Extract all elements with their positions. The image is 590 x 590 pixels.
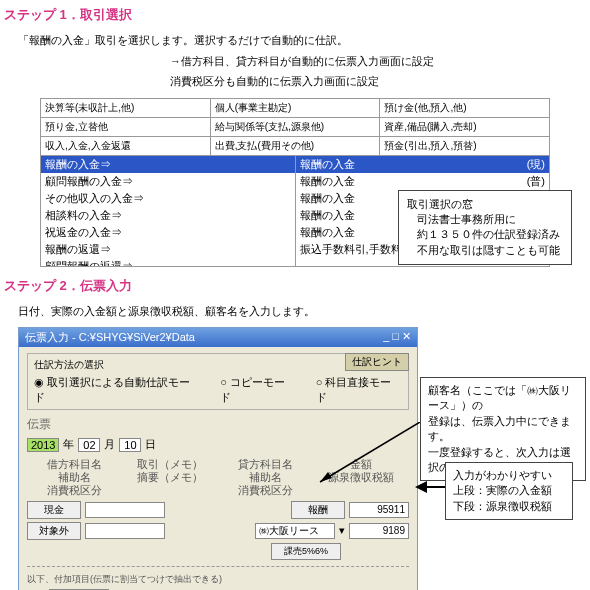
customer-input[interactable] — [255, 523, 335, 539]
item-l: 報酬の入金 — [300, 226, 355, 238]
list-item[interactable]: 報酬の返還⇒ — [41, 241, 295, 258]
hdr: 補助名 — [249, 471, 282, 483]
debit-account-button[interactable]: 現金 — [27, 501, 81, 519]
hdr-cell[interactable]: 出費,支払(費用その他) — [211, 137, 381, 155]
annot-line: 顧客名（ここでは「㈱大阪リース」）の — [428, 383, 578, 414]
grid-header-row1: 決算等(未収計上,他) 個人(事業主勘定) 預け金(他,預入,他) — [41, 99, 549, 118]
step1-note: 取引選択の窓 司法書士事務所用に 約１３５０件の仕訳登録済み 不用な取引は隠すこ… — [398, 190, 572, 266]
hdr: 借方科目名 — [47, 458, 102, 470]
date-year[interactable]: 2013 — [27, 438, 59, 452]
item-l: 報酬の入金 — [300, 209, 355, 221]
hdr-cell[interactable]: 個人(事業主勘定) — [211, 99, 381, 117]
date-month[interactable]: 02 — [78, 438, 100, 452]
voucher-window: 伝票入力 - C:¥SHYG¥SiVer2¥Data _ □ ✕ 仕訳ヒント 仕… — [18, 327, 418, 590]
voucher-label: 伝票 — [27, 416, 409, 433]
radio-direct[interactable]: ○ 科目直接モード — [316, 375, 402, 405]
list-item[interactable]: その他収入の入金⇒ — [41, 190, 295, 207]
titlebar: 伝票入力 - C:¥SHYG¥SiVer2¥Data _ □ ✕ — [19, 328, 417, 347]
window-title: 伝票入力 - C:¥SHYG¥SiVer2¥Data — [25, 330, 195, 345]
credit-account-button[interactable]: 報酬 — [291, 501, 345, 519]
date-dlabel: 日 — [145, 437, 156, 452]
hdr: 摘要（メモ） — [137, 471, 203, 483]
step1-title: ステップ 1．取引選択 — [0, 0, 590, 30]
memo2-input[interactable] — [85, 523, 165, 539]
hdr-cell[interactable]: 預け金(他,預入,他) — [380, 99, 549, 117]
annot-line: 上段：実際の入金額 — [453, 483, 565, 498]
date-row: 2013 年 02 月 10 日 — [27, 437, 409, 452]
annotation-amounts: 入力がわかりやすい 上段：実際の入金額 下段：源泉徴収税額 — [445, 462, 573, 520]
dropdown-icon[interactable]: ▾ — [339, 524, 345, 537]
step2-title: ステップ 2．伝票入力 — [0, 271, 590, 301]
date-day[interactable]: 10 — [119, 438, 141, 452]
hint-button[interactable]: 仕訳ヒント — [345, 353, 409, 371]
hdr: 源泉徴収税額 — [328, 471, 394, 483]
window-controls[interactable]: _ □ ✕ — [383, 330, 411, 345]
annot-line: 登録は、伝票入力中にできます。 — [428, 414, 578, 445]
item-l: 報酬の入金 — [300, 192, 355, 204]
radio-label: 取引選択による自動仕訳モード — [34, 376, 190, 403]
hdr: 取引（メモ） — [137, 458, 203, 470]
note-line: 不用な取引は隠すことも可能 — [407, 243, 563, 258]
list-item[interactable]: 相談料の入金⇒ — [41, 207, 295, 224]
memo-input[interactable] — [85, 502, 165, 518]
list-item[interactable]: 報酬の入金(普) — [296, 173, 550, 190]
hdr: 消費税区分 — [238, 484, 293, 496]
hdr-cell[interactable]: 収入,入金,入金返還 — [41, 137, 211, 155]
hdr-cell[interactable]: 給与関係等(支払,源泉他) — [211, 118, 381, 136]
item-l: 報酬の入金 — [300, 158, 355, 170]
list-item[interactable]: 顧問報酬の入金⇒ — [41, 173, 295, 190]
note-line: 司法書士事務所用に — [407, 212, 563, 227]
list-item[interactable]: 顧問報酬の返還⇒ — [41, 258, 295, 266]
grid-header-row3: 収入,入金,入金返還 出費,支払(費用その他) 預金(引出,預入,預替) — [41, 137, 549, 156]
withholding-input[interactable] — [349, 523, 409, 539]
hdr: 消費税区分 — [47, 484, 102, 496]
item-l: 報酬の入金 — [300, 175, 355, 187]
tax-rate-button[interactable]: 課売5%6% — [271, 543, 341, 560]
hdr-cell[interactable]: 預り金,立替他 — [41, 118, 211, 136]
radio-label: 科目直接モード — [316, 376, 392, 403]
step1-arrow2: 消費税区分も自動的に伝票入力画面に設定 — [0, 71, 590, 92]
hdr: 補助名 — [58, 471, 91, 483]
amount-input[interactable] — [349, 502, 409, 518]
radio-auto[interactable]: ◉ 取引選択による自動仕訳モード — [34, 375, 200, 405]
radio-label: コピーモード — [220, 376, 285, 403]
hdr-cell[interactable]: 預金(引出,預入,預替) — [380, 137, 549, 155]
left-list[interactable]: 報酬の入金⇒ 顧問報酬の入金⇒ その他収入の入金⇒ 相談料の入金⇒ 祝返金の入金… — [41, 156, 296, 266]
item-r: (普) — [527, 174, 545, 189]
date-ylabel: 年 — [63, 437, 74, 452]
note-line: 約１３５０件の仕訳登録済み — [407, 227, 563, 242]
radio-copy[interactable]: ○ コピーモード — [220, 375, 295, 405]
hdr: 金額 — [350, 458, 372, 470]
hdr: 貸方科目名 — [238, 458, 293, 470]
step1-desc: 「報酬の入金」取引を選択します。選択するだけで自動的に仕訳。 — [0, 30, 590, 51]
list-item[interactable]: 報酬の入金(現) — [296, 156, 550, 173]
step2-desc: 日付、実際の入金額と源泉徴収税額、顧客名を入力します。 — [0, 301, 590, 322]
opt-label: 以下、付加項目(伝票に割当てつけで抽出できる) — [27, 573, 409, 586]
note-line: 取引選択の窓 — [407, 197, 563, 212]
annot-line: 入力がわかりやすい — [453, 468, 565, 483]
date-mlabel: 月 — [104, 437, 115, 452]
annot-line: 下段：源泉徴収税額 — [453, 499, 565, 514]
hdr-cell[interactable]: 資産,備品(購入,売却) — [380, 118, 549, 136]
hdr-cell[interactable]: 決算等(未収計上,他) — [41, 99, 211, 117]
tax-class-button[interactable]: 対象外 — [27, 522, 81, 540]
list-item[interactable]: 祝返金の入金⇒ — [41, 224, 295, 241]
grid-header-row2: 預り金,立替他 給与関係等(支払,源泉他) 資産,備品(購入,売却) — [41, 118, 549, 137]
item-r: (現) — [527, 157, 545, 172]
step1-arrow1: →借方科目、貸方科目が自動的に伝票入力画面に設定 — [0, 51, 590, 72]
list-item[interactable]: 報酬の入金⇒ — [41, 156, 295, 173]
col-headers: 借方科目名補助名消費税区分 取引（メモ）摘要（メモ） 貸方科目名補助名消費税区分… — [27, 458, 409, 498]
